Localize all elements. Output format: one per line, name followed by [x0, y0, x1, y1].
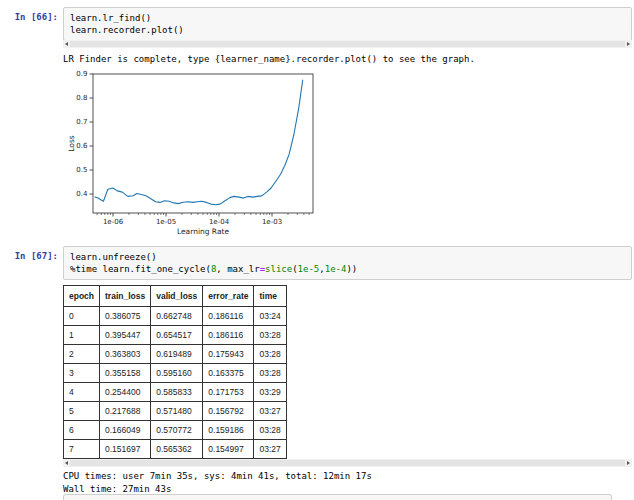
table-cell: 0.166049 — [100, 421, 151, 440]
x-tick-label: 1e-06 — [103, 218, 124, 226]
table-cell: 0.571480 — [151, 402, 203, 421]
table-cell: 03:27 — [254, 402, 287, 421]
scrollbar-thumb[interactable] — [70, 460, 625, 466]
table-cell: 1 — [64, 326, 100, 345]
axes-frame — [93, 74, 313, 213]
table-cell: 03:29 — [254, 383, 287, 402]
table-row: 30.3551580.5951600.16337503:28 — [64, 364, 287, 383]
table-row: 60.1660490.5707720.15918603:28 — [64, 421, 287, 440]
scroll-left-arrow-icon[interactable] — [65, 461, 68, 465]
notebook: In [66]: learn.lr_find() learn.recorder.… — [0, 0, 634, 500]
x-tick-label: 1e-03 — [262, 218, 282, 226]
scroll-left-arrow-icon[interactable] — [65, 42, 68, 46]
table-cell: 0.186116 — [203, 307, 254, 326]
table-row: 50.2176880.5714800.15679203:27 — [64, 402, 287, 421]
code-token: )) — [346, 264, 357, 274]
table-cell: 0.585833 — [151, 383, 203, 402]
table-cell: 0.619489 — [151, 345, 203, 364]
x-axis-label: Learning Rate — [177, 227, 230, 236]
table-header-cell: valid_loss — [151, 286, 203, 307]
code-line: %time learn.fit_one_cycle(8, max_lr=slic… — [70, 263, 625, 275]
table-header-cell: train_loss — [100, 286, 151, 307]
table-cell: 0.154997 — [203, 440, 254, 459]
table-cell: 0.386075 — [100, 307, 151, 326]
table-header-cell: error_rate — [203, 286, 254, 307]
table-header-cell: epoch — [64, 286, 100, 307]
training-results-table: epochtrain_lossvalid_losserror_ratetime … — [63, 285, 287, 459]
table-row: 00.3860750.6627480.18611603:24 — [64, 307, 287, 326]
table-cell: 03:27 — [254, 440, 287, 459]
table-row: 70.1516970.5653620.15499703:27 — [64, 440, 287, 459]
input-prompt-67: In [67]: — [8, 250, 58, 262]
y-tick-label: 0.4 — [76, 190, 88, 198]
code-token: 1e-4 — [325, 264, 347, 274]
y-tick-label: 0.5 — [76, 166, 87, 174]
scroll-right-arrow-icon[interactable] — [627, 42, 630, 46]
input-prompt-66: In [66]: — [8, 11, 58, 23]
table-row: 20.3638030.6194890.17594303:28 — [64, 345, 287, 364]
table-cell: 0.654517 — [151, 326, 203, 345]
y-tick-label: 0.9 — [76, 70, 87, 78]
code-token: %time learn.fit_one_cycle( — [70, 264, 211, 274]
table-cell: 03:28 — [254, 326, 287, 345]
table-cell: 2 — [64, 345, 100, 364]
table-cell: 3 — [64, 364, 100, 383]
y-tick-label: 0.6 — [76, 142, 88, 150]
loss-curve — [95, 80, 303, 205]
table-header-cell: time — [254, 286, 287, 307]
table-cell: 7 — [64, 440, 100, 459]
table-cell: 0.662748 — [151, 307, 203, 326]
next-cell-input-edge[interactable] — [63, 494, 612, 500]
horizontal-scrollbar[interactable] — [63, 459, 632, 467]
table-cell: 0 — [64, 307, 100, 326]
table-cell: 0.595160 — [151, 364, 203, 383]
table-cell: 0.217688 — [100, 402, 151, 421]
table-cell: 03:28 — [254, 421, 287, 440]
code-input-66[interactable]: learn.lr_find() learn.recorder.plot() — [63, 7, 632, 41]
table-cell: 0.159186 — [203, 421, 254, 440]
code-input-67[interactable]: learn.unfreeze() %time learn.fit_one_cyc… — [63, 246, 632, 280]
table-cell: 0.355158 — [100, 364, 151, 383]
table-cell: 0.395447 — [100, 326, 151, 345]
table-cell: 0.156792 — [203, 402, 254, 421]
table-header: epochtrain_lossvalid_losserror_ratetime — [64, 286, 287, 307]
table-cell: 0.565362 — [151, 440, 203, 459]
table-cell: 03:28 — [254, 345, 287, 364]
x-tick-label: 1e-05 — [156, 218, 176, 226]
code-line: learn.recorder.plot() — [70, 24, 625, 36]
lr-finder-plot-svg: 1e-061e-051e-041e-030.40.50.60.70.80.9Le… — [63, 69, 315, 241]
lr-finder-output-text: LR Finder is complete, type {learner_nam… — [63, 53, 475, 66]
table-cell: 6 — [64, 421, 100, 440]
y-tick-label: 0.8 — [76, 94, 87, 102]
code-token: 1e-5 — [298, 264, 320, 274]
horizontal-scrollbar[interactable] — [63, 40, 632, 48]
scroll-right-arrow-icon[interactable] — [627, 461, 630, 465]
scrollbar-thumb[interactable] — [70, 41, 625, 47]
table-cell: 0.151697 — [100, 440, 151, 459]
table-row: 10.3954470.6545170.18611603:28 — [64, 326, 287, 345]
y-axis-label: Loss — [67, 135, 76, 152]
table-cell: 0.171753 — [203, 383, 254, 402]
y-tick-label: 0.7 — [76, 118, 87, 126]
code-line: learn.lr_find() — [70, 12, 625, 24]
table-cell: 0.254400 — [100, 383, 151, 402]
table-cell: 03:28 — [254, 364, 287, 383]
table-cell: 03:24 — [254, 307, 287, 326]
cpu-times-text: CPU times: user 7min 35s, sys: 4min 41s,… — [63, 470, 372, 483]
table-cell: 5 — [64, 402, 100, 421]
code-token: , max_lr — [216, 264, 259, 274]
table-cell: 0.363803 — [100, 345, 151, 364]
table-cell: 0.175943 — [203, 345, 254, 364]
table-cell: 0.570772 — [151, 421, 203, 440]
lr-finder-plot: 1e-061e-051e-041e-030.40.50.60.70.80.9Le… — [63, 69, 315, 245]
table-cell: 0.163375 — [203, 364, 254, 383]
x-tick-label: 1e-04 — [209, 218, 230, 226]
code-token: slice — [265, 264, 292, 274]
table-cell: 0.186116 — [203, 326, 254, 345]
table-cell: 4 — [64, 383, 100, 402]
table-row: 40.2544000.5858330.17175303:29 — [64, 383, 287, 402]
code-line: learn.unfreeze() — [70, 251, 625, 263]
